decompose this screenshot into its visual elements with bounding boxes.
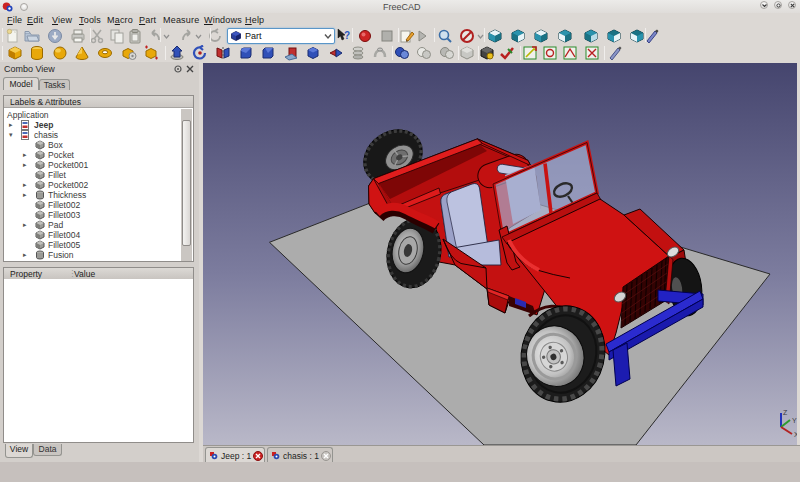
svg-text:Y: Y bbox=[792, 417, 797, 424]
svg-text:Z: Z bbox=[783, 409, 788, 416]
svg-text:?: ? bbox=[344, 30, 350, 41]
svg-text:X: X bbox=[794, 431, 797, 438]
